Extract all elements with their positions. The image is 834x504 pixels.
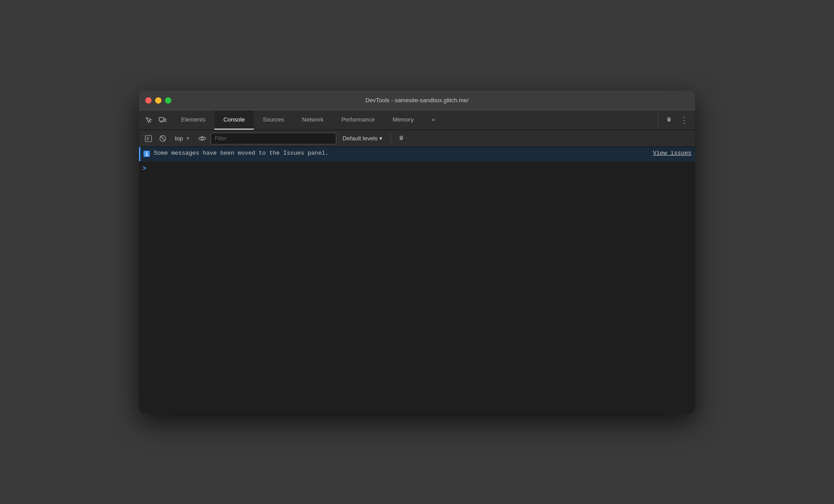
tab-memory[interactable]: Memory <box>384 110 423 130</box>
close-button[interactable] <box>145 97 152 104</box>
filter-input[interactable] <box>211 133 336 144</box>
tab-bar-left-icons <box>139 110 172 130</box>
title-bar: DevTools - samesite-sandbox.glitch.me/ <box>139 91 695 110</box>
console-output[interactable]: i Some messages have been moved to the I… <box>139 147 695 413</box>
console-settings-icon[interactable] <box>395 133 407 144</box>
clear-console-icon[interactable] <box>157 133 169 144</box>
tab-bar-right-icons: ⋮ <box>658 110 695 130</box>
levels-arrow: ▾ <box>379 135 382 142</box>
console-message-text: Some messages have been moved to the Iss… <box>154 150 653 156</box>
console-message-info: i Some messages have been moved to the I… <box>139 147 695 161</box>
minimize-button[interactable] <box>155 97 161 104</box>
eye-icon[interactable] <box>196 133 208 144</box>
device-toolbar-icon[interactable] <box>156 114 169 126</box>
tab-performance[interactable]: Performance <box>332 110 383 130</box>
inspect-element-icon[interactable] <box>143 114 155 126</box>
tab-elements[interactable]: Elements <box>172 110 214 130</box>
svg-point-8 <box>201 137 203 139</box>
svg-text:i: i <box>145 151 148 157</box>
context-label: top <box>175 135 183 142</box>
tab-bar: Elements Console Sources Network Perform… <box>139 110 695 130</box>
console-toolbar: top ▼ Default levels ▾ <box>139 130 695 147</box>
tabs: Elements Console Sources Network Perform… <box>172 110 656 130</box>
devtools-window: DevTools - samesite-sandbox.glitch.me/ E <box>139 91 695 413</box>
tab-console[interactable]: Console <box>214 110 254 130</box>
log-levels-button[interactable]: Default levels ▾ <box>339 133 386 143</box>
tab-sources[interactable]: Sources <box>254 110 293 130</box>
window-title: DevTools - samesite-sandbox.glitch.me/ <box>365 97 469 104</box>
context-arrow: ▼ <box>186 136 190 141</box>
console-prompt: > <box>143 165 146 172</box>
view-issues-link[interactable]: View issues <box>653 150 691 156</box>
toolbar-divider <box>391 134 391 143</box>
settings-icon[interactable] <box>663 114 675 126</box>
context-selector[interactable]: top ▼ <box>171 133 194 143</box>
svg-line-7 <box>161 136 165 141</box>
svg-rect-1 <box>159 117 164 121</box>
svg-line-0 <box>149 121 151 122</box>
tab-more[interactable]: » <box>423 110 444 130</box>
tab-network[interactable]: Network <box>293 110 333 130</box>
traffic-lights <box>145 97 171 104</box>
svg-rect-2 <box>164 119 166 122</box>
info-icon: i <box>143 150 150 157</box>
console-input-row[interactable]: > <box>139 161 695 176</box>
execute-script-icon[interactable] <box>143 133 154 144</box>
more-options-icon[interactable]: ⋮ <box>678 114 691 126</box>
maximize-button[interactable] <box>165 97 171 104</box>
levels-label: Default levels <box>343 135 378 142</box>
